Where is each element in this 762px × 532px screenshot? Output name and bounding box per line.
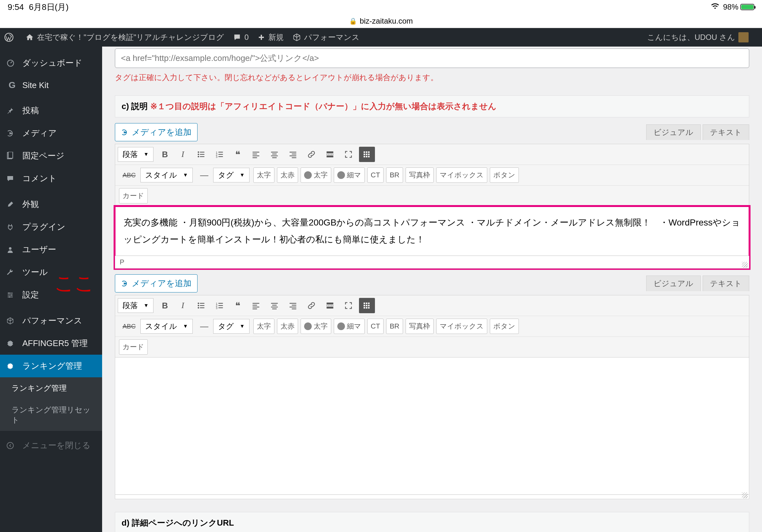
sidebar-item-media[interactable]: メディア	[0, 122, 102, 145]
fullscreen-button[interactable]	[341, 298, 356, 313]
number-list-button[interactable]: 123	[211, 298, 228, 313]
editor-body-1[interactable]: 充実の多機能 ・月額900円(税抜)から、大容量200GBからの高コストパフォー…	[115, 206, 749, 256]
kitchensink-button[interactable]	[359, 298, 375, 313]
hr-button[interactable]: —	[196, 167, 212, 183]
sidebar-item-dashboard[interactable]: ダッシュボード	[0, 52, 102, 74]
bullet-list-button[interactable]	[193, 298, 209, 313]
new-link[interactable]: 新規	[258, 32, 284, 42]
photowaku-button[interactable]: 写真枠	[406, 319, 434, 334]
readmore-button[interactable]	[322, 147, 338, 162]
avatar-futoji-button[interactable]: 太字	[301, 167, 331, 183]
ct-button[interactable]: CT	[367, 167, 384, 183]
blockquote-button[interactable]: ❝	[230, 147, 245, 162]
add-media-label: メディアを追加	[132, 127, 191, 138]
mybox-button[interactable]: マイボックス	[436, 319, 487, 334]
performance-link[interactable]: パフォーマンス	[293, 32, 360, 42]
resize-grip-icon[interactable]	[742, 262, 748, 268]
editor-body-2[interactable]	[115, 358, 749, 495]
svg-rect-81	[366, 307, 367, 309]
tinymce-toolbar: 段落▼ B I 123 ❝ ABC スタイル▼	[115, 144, 749, 206]
avatar-hosoma-button[interactable]: 細マ	[334, 319, 365, 334]
italic-button[interactable]: I	[175, 147, 190, 162]
bullet-list-button[interactable]	[193, 147, 209, 162]
sidebar-subitem-ranking-reset[interactable]: ランキング管理リセット	[0, 399, 102, 431]
sidebar-collapse[interactable]: メニューを閉じる	[0, 434, 102, 457]
sidebar-item-users[interactable]: ユーザー	[0, 238, 102, 261]
tab-text[interactable]: テキスト	[703, 124, 749, 140]
browser-url-bar[interactable]: 🔒 biz-zaitaku.com	[0, 14, 762, 28]
sidebar-label: パフォーマンス	[22, 315, 82, 326]
align-left-button[interactable]	[248, 147, 264, 162]
readmore-button[interactable]	[322, 298, 338, 313]
sidebar-item-affinger[interactable]: AFFINGER5 管理	[0, 332, 102, 355]
sidebar-label: ユーザー	[22, 244, 56, 255]
align-right-button[interactable]	[285, 147, 301, 162]
futoaka-button[interactable]: 太赤	[277, 167, 298, 183]
format-select[interactable]: 段落▼	[118, 298, 153, 313]
tab-visual[interactable]: ビジュアル	[646, 276, 701, 291]
hr-button[interactable]: —	[196, 319, 212, 334]
svg-rect-62	[253, 309, 257, 309]
editor-statusbar-2	[115, 495, 749, 499]
strikethrough-button[interactable]: ABC	[119, 319, 139, 334]
card-button[interactable]: カード	[119, 339, 148, 355]
br-button[interactable]: BR	[386, 319, 403, 334]
button-button[interactable]: ボタン	[490, 319, 519, 334]
format-select[interactable]: 段落▼	[118, 147, 153, 162]
fullscreen-button[interactable]	[341, 147, 356, 162]
ct-button[interactable]: CT	[367, 319, 384, 334]
sidebar-item-ranking[interactable]: ランキング管理	[0, 355, 102, 377]
link-button[interactable]	[303, 298, 319, 313]
sidebar-label: 設定	[22, 289, 39, 300]
wp-logo[interactable]	[4, 33, 17, 42]
align-left-button[interactable]	[248, 298, 264, 313]
mybox-button[interactable]: マイボックス	[436, 167, 487, 183]
site-home-link[interactable]: 在宅で稼ぐ！"ブログを検証"リアルチャレンジブログ	[26, 32, 224, 42]
svg-rect-18	[218, 152, 223, 153]
avatar-icon	[337, 171, 345, 179]
avatar-hosoma-button[interactable]: 細マ	[334, 167, 365, 183]
comments-link[interactable]: 0	[233, 33, 249, 42]
tag-select[interactable]: タグ▼	[213, 319, 250, 334]
button-button[interactable]: ボタン	[490, 167, 519, 183]
photowaku-button[interactable]: 写真枠	[406, 167, 434, 183]
svg-point-15	[197, 156, 199, 158]
number-list-button[interactable]: 123	[211, 147, 228, 162]
bold-button[interactable]: B	[157, 298, 173, 313]
kitchensink-button[interactable]	[359, 147, 375, 162]
futoji-button[interactable]: 太字	[253, 167, 274, 183]
avatar-futoji-button[interactable]: 太字	[301, 319, 331, 334]
add-media-button[interactable]: メディアを追加	[115, 274, 197, 293]
strikethrough-button[interactable]: ABC	[119, 167, 139, 183]
sidebar-subitem-ranking[interactable]: ランキング管理	[0, 377, 102, 399]
sidebar-item-appearance[interactable]: 外観	[0, 193, 102, 216]
resize-grip-icon[interactable]	[742, 493, 748, 498]
align-center-button[interactable]	[267, 147, 282, 162]
link-button[interactable]	[303, 147, 319, 162]
tab-text[interactable]: テキスト	[703, 276, 749, 291]
link-hint: タグは正確に入力して下さい。閉じ忘れなどがあるとレイアウトが崩れる場合があります…	[115, 72, 749, 83]
italic-button[interactable]: I	[175, 298, 190, 313]
sidebar-item-pages[interactable]: 固定ページ	[0, 145, 102, 167]
sidebar-item-sitekit[interactable]: G Site Kit	[0, 74, 102, 96]
sidebar-item-plugins[interactable]: プラグイン	[0, 216, 102, 238]
sidebar-item-performance[interactable]: パフォーマンス	[0, 309, 102, 332]
br-button[interactable]: BR	[386, 167, 403, 183]
futoaka-button[interactable]: 太赤	[277, 319, 298, 334]
tag-select[interactable]: タグ▼	[213, 168, 250, 182]
sidebar-item-comments[interactable]: コメント	[0, 167, 102, 190]
brush-icon	[6, 201, 18, 208]
tab-visual[interactable]: ビジュアル	[646, 124, 701, 140]
style-select[interactable]: スタイル▼	[140, 168, 193, 182]
link-tag-input[interactable]	[115, 48, 749, 68]
align-center-button[interactable]	[267, 298, 282, 313]
blockquote-button[interactable]: ❝	[230, 298, 245, 313]
bold-button[interactable]: B	[157, 147, 173, 162]
card-button[interactable]: カード	[119, 188, 148, 204]
align-right-button[interactable]	[285, 298, 301, 313]
style-select[interactable]: スタイル▼	[140, 319, 193, 334]
add-media-button[interactable]: メディアを追加	[115, 123, 197, 141]
sidebar-item-posts[interactable]: 投稿	[0, 99, 102, 122]
futoji-button[interactable]: 太字	[253, 319, 274, 334]
user-greeting[interactable]: こんにちは、UDOU さん	[647, 32, 749, 42]
